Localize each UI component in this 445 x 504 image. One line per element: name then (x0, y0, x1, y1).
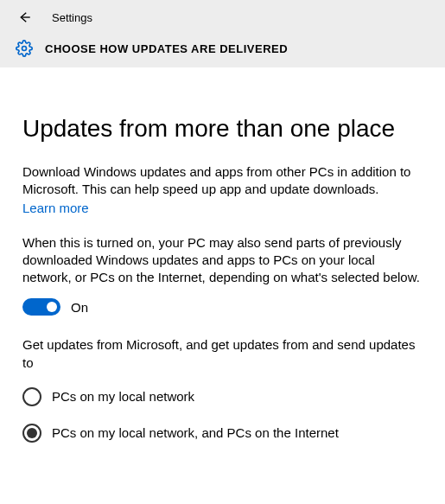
delivery-toggle[interactable] (22, 298, 60, 316)
radio-label: PCs on my local network, and PCs on the … (52, 425, 339, 440)
toggle-knob (47, 302, 57, 312)
header-top-row: Settings (16, 9, 429, 26)
toggle-state-label: On (71, 300, 88, 315)
radio-option-internet[interactable]: PCs on my local network, and PCs on the … (22, 424, 423, 443)
gear-icon (16, 40, 33, 57)
radio-button[interactable] (22, 424, 41, 443)
app-title: Settings (52, 11, 92, 24)
intro-paragraph: Download Windows updates and apps from o… (22, 163, 423, 199)
learn-more-link[interactable]: Learn more (22, 201, 89, 215)
radio-option-local[interactable]: PCs on my local network (22, 387, 423, 406)
header-bar: Settings CHOOSE HOW UPDATES ARE DELIVERE… (0, 0, 445, 67)
content-area: Updates from more than one place Downloa… (0, 67, 445, 443)
description-paragraph: When this is turned on, your PC may also… (22, 234, 423, 287)
toggle-row: On (22, 298, 423, 316)
radio-button[interactable] (22, 387, 41, 406)
svg-point-1 (22, 47, 27, 51)
section-heading: Updates from more than one place (22, 115, 423, 143)
options-prompt: Get updates from Microsoft, and get upda… (22, 336, 423, 372)
page-title: CHOOSE HOW UPDATES ARE DELIVERED (45, 42, 288, 55)
radio-label: PCs on my local network (52, 389, 194, 404)
header-bottom-row: CHOOSE HOW UPDATES ARE DELIVERED (16, 40, 429, 57)
back-button[interactable] (16, 9, 33, 26)
arrow-left-icon (16, 10, 32, 25)
